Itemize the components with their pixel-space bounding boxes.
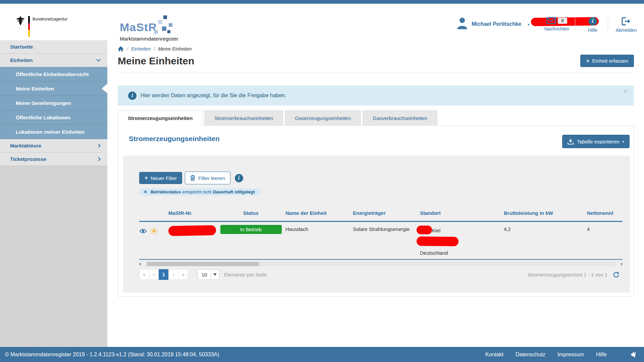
sidebar-item-oeffentliche-einheitenuebersicht[interactable]: Öffentliche Einheitenübersicht xyxy=(0,67,107,81)
table-row: In Betrieb Hausdach Solare Strahlungsene… xyxy=(139,222,623,260)
scroll-left-icon[interactable]: ‹ xyxy=(139,261,147,266)
header-divider xyxy=(575,18,575,31)
net-power-cell: 4 xyxy=(587,226,621,256)
sidebar: Startseite Einheiten Öffentliche Einheit… xyxy=(0,40,107,347)
header: Bundesnetzagentur MaStR Marktstammdatenr… xyxy=(0,4,644,40)
view-details-eye-icon[interactable] xyxy=(139,227,147,235)
status-badge: In Betrieb xyxy=(220,225,282,234)
column-header-name[interactable]: Name der Einheit xyxy=(285,210,353,216)
home-icon[interactable] xyxy=(118,46,124,52)
chevron-right-icon xyxy=(96,143,101,148)
sidebar-item-lokationen-meiner-einheiten[interactable]: Lokationen meiner Einheiten xyxy=(0,125,107,139)
pagination-bar: « ‹ 1 › » 10 Elemente pro Seite Stromerz… xyxy=(139,269,623,280)
download-icon xyxy=(568,139,574,144)
info-icon: i xyxy=(589,17,597,25)
sign-language-icon[interactable] xyxy=(630,351,637,358)
info-icon: i xyxy=(235,174,243,182)
sidebar-item-label: Meine Genehmigungen xyxy=(16,100,71,106)
pagination-page-1-button[interactable]: 1 xyxy=(159,269,169,280)
tab-gasverbrauchseinheiten[interactable]: Gasverbrauchseinheiten xyxy=(363,110,437,125)
close-icon[interactable]: × xyxy=(624,88,627,95)
per-page-value: 10 xyxy=(198,269,211,280)
sidebar-item-einheiten[interactable]: Einheiten xyxy=(0,54,107,67)
horizontal-scrollbar: ‹ › xyxy=(139,261,623,266)
plus-icon: + xyxy=(145,175,148,181)
sidebar-item-label: Startseite xyxy=(10,44,33,50)
footer-link-hilfe[interactable]: Hilfe xyxy=(596,352,607,358)
pagination-last-button[interactable]: » xyxy=(178,269,188,280)
column-header-energietraeger[interactable]: Energieträger xyxy=(353,210,417,216)
footer-link-datenschutz[interactable]: Datenschutz xyxy=(516,352,545,358)
sidebar-item-marktakteure[interactable]: Marktakteure xyxy=(0,139,107,153)
filter-operator: entspricht nicht xyxy=(182,189,211,194)
german-flag-stripe xyxy=(28,16,30,37)
unit-type-tabs: Stromerzeugungseinheiten Stromverbrauchs… xyxy=(118,110,634,125)
add-unit-button[interactable]: + Einheit erfassen xyxy=(580,55,634,67)
unit-name-cell: Hausdach xyxy=(285,226,353,256)
tab-stromverbrauchseinheiten[interactable]: Stromverbrauchseinheiten xyxy=(204,110,283,125)
mastr-logo: MaStR Marktstammdatenregister xyxy=(120,21,178,42)
breadcrumb-separator: / xyxy=(154,46,155,52)
column-header-standort[interactable]: Standort xyxy=(417,210,504,216)
sidebar-item-ticketprozesse[interactable]: Ticketprozesse xyxy=(0,153,107,166)
clear-filter-label: Filter leeren xyxy=(198,175,225,181)
redaction-mastr-nr xyxy=(168,225,216,236)
help-label: Hilfe xyxy=(588,27,597,33)
column-header-bruttoleistung[interactable]: Bruttoleistung in kW xyxy=(504,210,587,216)
sidebar-item-label: Lokationen meiner Einheiten xyxy=(16,129,85,135)
sidebar-item-startseite[interactable]: Startseite xyxy=(0,40,107,54)
solar-sun-icon xyxy=(150,227,158,235)
trash-icon xyxy=(190,175,195,181)
agency-name: Bundesnetzagentur xyxy=(33,17,67,21)
clear-filter-button[interactable]: Filter leeren xyxy=(185,172,230,184)
breadcrumb-current: Meine Einheiten xyxy=(158,46,192,52)
refresh-icon[interactable] xyxy=(613,272,619,278)
export-table-button[interactable]: Tabelle exportieren ▾ xyxy=(562,135,630,148)
user-menu[interactable]: Michael Perlitschke ▾ xyxy=(457,16,599,31)
column-header-mastr-nr[interactable]: MaStR-Nr. xyxy=(164,210,216,216)
info-icon: i xyxy=(128,92,137,100)
location-cell: Kiel Deutschland xyxy=(417,226,504,256)
panel-title: Stromerzeugungseinheiten xyxy=(129,135,220,143)
sidebar-item-meine-genehmigungen[interactable]: Meine Genehmigungen xyxy=(0,96,107,110)
scroll-right-icon[interactable]: › xyxy=(615,261,623,266)
help-button[interactable]: i Hilfe xyxy=(582,17,604,33)
sidebar-item-label: Einheiten xyxy=(10,57,33,63)
tab-gaserzeugungseinheiten[interactable]: Gaserzeugungseinheiten xyxy=(285,110,361,125)
pagination-next-button[interactable]: › xyxy=(168,269,178,280)
scrollbar-track[interactable] xyxy=(147,262,615,266)
pagination-prev-button[interactable]: ‹ xyxy=(149,269,159,280)
page-title: Meine Einheiten xyxy=(118,55,194,67)
remove-filter-icon[interactable]: ✕ xyxy=(144,189,147,194)
footer-copyright: © Marktstammdatenregister 2019 - 1.2.4.1… xyxy=(5,352,219,358)
footer-link-kontakt[interactable]: Kontakt xyxy=(485,352,503,358)
user-name[interactable]: Michael Perlitschke xyxy=(472,21,522,27)
add-unit-button-label: Einheit erfassen xyxy=(592,58,628,64)
column-header-nettonennleistung[interactable]: Nettonennl xyxy=(587,210,621,216)
messages-button[interactable]: 0 Nachrichten xyxy=(540,17,574,32)
location-country: Deutschland xyxy=(420,250,504,256)
per-page-select[interactable]: 10 xyxy=(198,269,219,280)
sidebar-item-oeffentliche-lokationen[interactable]: Öffentliche Lokationen xyxy=(0,110,107,125)
logout-button[interactable]: Abmelden xyxy=(612,17,641,33)
footer-link-impressum[interactable]: Impressum xyxy=(557,352,584,358)
footer: © Marktstammdatenregister 2019 - 1.2.4.1… xyxy=(0,347,644,362)
column-header-status[interactable]: Status xyxy=(216,210,285,216)
caret-down-icon xyxy=(211,269,219,280)
tab-stromerzeugungseinheiten[interactable]: Stromerzeugungseinheiten xyxy=(118,110,203,126)
filter-value: Dauerhaft stillgelegt xyxy=(213,189,255,194)
new-filter-label: Neuer Filter xyxy=(151,175,177,181)
breadcrumb: / Einheiten / Meine Einheiten xyxy=(118,46,634,52)
pagination-summary: Stromerzeugungseinheit 1 - 1 von 1 xyxy=(528,272,607,278)
sidebar-item-meine-einheiten[interactable]: Meine Einheiten xyxy=(0,81,107,96)
scrollbar-thumb[interactable] xyxy=(147,262,259,266)
chevron-down-icon[interactable]: ▾ xyxy=(528,22,530,26)
sidebar-item-label: Öffentliche Lokationen xyxy=(16,115,70,120)
redaction-street xyxy=(417,236,459,246)
pagination-first-button[interactable]: « xyxy=(139,269,149,280)
messages-count-badge: 0 xyxy=(558,18,567,24)
sidebar-item-label: Marktakteure xyxy=(10,143,41,148)
active-filter-chip[interactable]: ✕ Betriebsstatus entspricht nicht Dauerh… xyxy=(139,188,261,195)
new-filter-button[interactable]: + Neuer Filter xyxy=(139,172,182,184)
breadcrumb-link-einheiten[interactable]: Einheiten xyxy=(131,46,151,52)
